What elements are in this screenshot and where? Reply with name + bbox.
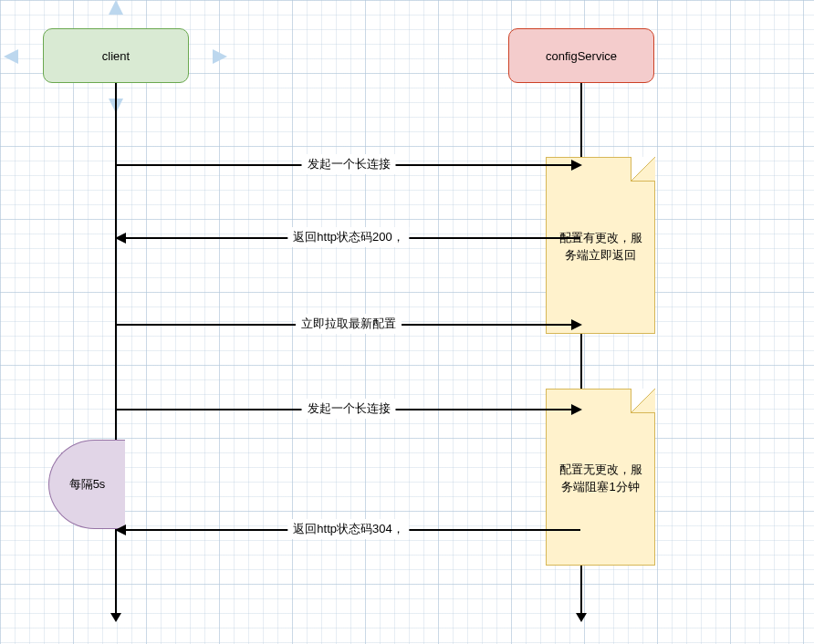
- message-return-200[interactable]: 返回http状态码200，: [117, 237, 580, 239]
- participant-client-label: client: [102, 49, 130, 63]
- note-text: 配置有更改，服务端立即返回: [554, 229, 647, 265]
- arrow-right-icon: [571, 319, 582, 330]
- lifeline-client: [115, 83, 117, 616]
- message-pull-latest-config[interactable]: 立即拉取最新配置: [117, 324, 580, 326]
- message-long-conn-1[interactable]: 发起一个长连接: [117, 164, 580, 166]
- arrow-right-icon: [571, 160, 582, 171]
- arrow-left-icon: [115, 233, 126, 244]
- resize-arrow-left-icon: [4, 49, 18, 64]
- note-config-unchanged[interactable]: 配置无更改，服务端阻塞1分钟: [546, 389, 655, 566]
- message-long-conn-2[interactable]: 发起一个长连接: [117, 409, 580, 410]
- message-label: 立即拉取最新配置: [296, 314, 402, 334]
- lifeline-arrowhead-icon: [110, 613, 121, 622]
- note-fold-icon: [631, 389, 655, 413]
- message-label: 返回http状态码200，: [287, 227, 409, 247]
- resize-arrow-right-icon: [213, 49, 227, 64]
- loop-badge[interactable]: 每隔5s: [48, 440, 125, 529]
- participant-configservice[interactable]: configService: [508, 28, 654, 83]
- arrow-left-icon: [115, 525, 126, 535]
- diagram-canvas[interactable]: client configService 配置有更改，服务端立即返回 配置无更改…: [0, 0, 814, 644]
- message-label: 发起一个长连接: [302, 399, 396, 419]
- note-text: 配置无更改，服务端阻塞1分钟: [554, 461, 647, 496]
- message-label: 发起一个长连接: [302, 154, 396, 174]
- note-config-changed[interactable]: 配置有更改，服务端立即返回: [546, 157, 655, 334]
- participant-client[interactable]: client: [43, 28, 189, 83]
- lifeline-arrowhead-icon: [576, 613, 587, 622]
- message-label: 返回http状态码304，: [287, 519, 409, 539]
- resize-arrow-up-icon: [109, 0, 123, 15]
- message-return-304[interactable]: 返回http状态码304，: [117, 529, 580, 531]
- arrow-right-icon: [571, 404, 582, 415]
- loop-badge-label: 每隔5s: [69, 476, 106, 493]
- note-fold-icon: [631, 157, 655, 182]
- participant-configservice-label: configService: [546, 49, 617, 63]
